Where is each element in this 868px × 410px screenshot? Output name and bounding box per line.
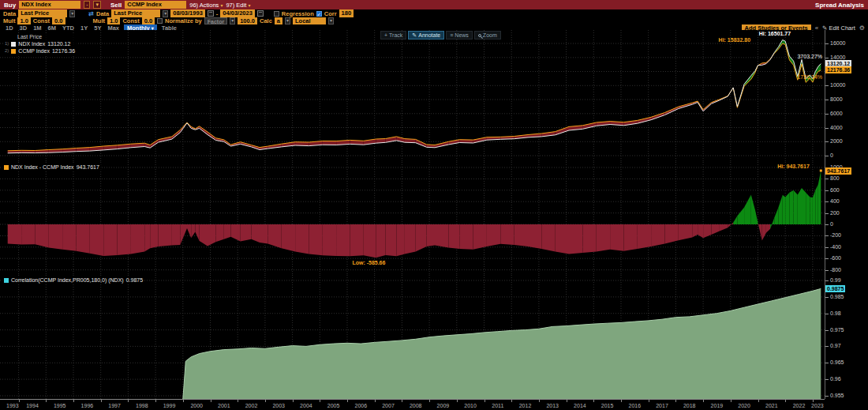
x-tick-mark (593, 400, 594, 402)
data1-select[interactable]: Last Price (18, 9, 67, 17)
y-tick-mark (825, 213, 829, 214)
year-label-2020: 2020 (732, 403, 756, 408)
news-tool[interactable]: ≡News (446, 31, 473, 39)
calc-label: Calc (260, 17, 272, 24)
ccmp-series-value: 12176.36 (52, 47, 75, 55)
actions-menu[interactable]: 96) Actions ▾ (189, 2, 223, 9)
ccmp-pct-change-label: 1726.34% (783, 74, 822, 80)
date-range-separator: - (216, 10, 219, 17)
y-tick-label: 0.965 (830, 359, 844, 365)
corr-checkbox[interactable]: ✓ (316, 11, 322, 17)
x-tick-mark (238, 400, 238, 402)
year-label-2019: 2019 (705, 403, 728, 408)
y-tick-mark (825, 128, 829, 129)
locale-dropdown-arrow-icon[interactable]: ▾ (328, 17, 334, 24)
calc-select[interactable]: a (275, 17, 282, 25)
y-tick-label: 10000 (830, 82, 845, 88)
y-tick-mark (825, 201, 829, 202)
y-tick-label: 14000 (830, 55, 845, 60)
x-tick-mark (293, 400, 294, 402)
x-tick-mark (19, 400, 20, 402)
factor-select[interactable]: Factor (204, 17, 227, 24)
year-label-2018: 2018 (678, 403, 702, 408)
correlation-series-value: 0.9875 (126, 277, 143, 283)
x-tick-mark (621, 400, 622, 402)
annotate-tool[interactable]: ✎Annotate (408, 31, 444, 39)
y-tick-mark (825, 114, 829, 115)
x-tick-mark (402, 400, 402, 402)
bloomberg-spread-analysis-screen: Buy NDX Index - ▾ Sell CCMP Index 96) Ac… (0, 0, 868, 410)
buy-dropdown-arrow-icon[interactable]: ▾ (93, 1, 101, 9)
factor-amount-input[interactable]: 100.0 (238, 17, 257, 25)
data2-label: Data (96, 10, 109, 17)
x-tick-mark (567, 400, 567, 402)
date-from-input[interactable]: 08/03/1993 (170, 9, 205, 17)
data2-dropdown-arrow-icon[interactable]: ▾ (163, 10, 168, 17)
x-tick-mark (183, 400, 184, 402)
chart-area: +Track ✎Annotate ≡News Zoom Last Price 1… (0, 30, 868, 410)
year-label-2005: 2005 (322, 403, 346, 408)
zoom-tool[interactable]: Zoom (474, 31, 501, 39)
correlation-legend[interactable]: Correlation(CCMP Index,PR005,180,0) (NDX… (2, 276, 144, 284)
y-tick-mark (825, 346, 829, 347)
edit-menu[interactable]: 97) Edit ▾ (226, 2, 250, 9)
year-label-1996: 1996 (75, 403, 99, 408)
locale-select[interactable]: Local (293, 17, 326, 25)
y-tick-label: 0.985 (830, 294, 844, 299)
ccmp-series-marker (11, 49, 16, 54)
corr-window-input[interactable]: 180 (339, 9, 354, 17)
y-tick-label: 0.975 (830, 327, 844, 333)
spread-panel-chart[interactable] (0, 162, 825, 275)
correlation-series-label: Correlation(CCMP Index,PR005,180,0) (NDX… (11, 277, 124, 283)
spread-series-marker (4, 165, 9, 170)
spread-legend[interactable]: NDX Index - CCMP Index 943.7617 (2, 164, 101, 171)
sell-security-input[interactable]: CCMP Index (125, 1, 186, 9)
y-tick-mark (825, 156, 829, 156)
buy-security-input[interactable]: NDX Index (19, 1, 80, 9)
calc-dropdown-arrow-icon[interactable]: ▾ (285, 17, 290, 24)
spread-operator-box[interactable]: - (84, 1, 90, 9)
correlation-panel-chart[interactable] (0, 275, 825, 399)
track-tool[interactable]: +Track (380, 31, 406, 39)
year-label-2021: 2021 (760, 403, 784, 408)
command-bar: Buy NDX Index - ▾ Sell CCMP Index 96) Ac… (0, 0, 868, 9)
x-tick-mark (347, 400, 348, 402)
y-tick-mark (825, 258, 829, 259)
y-tick-label: 0.955 (830, 393, 844, 398)
y-tick-label: 0.96 (830, 376, 841, 382)
x-tick-mark (758, 400, 759, 402)
data1-dropdown-arrow-icon[interactable]: ▾ (69, 10, 75, 17)
year-label-2003: 2003 (267, 403, 290, 408)
legend-row-ccmp[interactable]: 2) CCMP Index 12176.36 (5, 47, 75, 55)
y-tick-mark (825, 179, 829, 179)
x-tick-mark (703, 400, 704, 402)
date-to-input[interactable]: 04/03/2023 (220, 9, 255, 17)
calendar-from-icon[interactable] (208, 10, 214, 17)
data2-select[interactable]: Last Price (111, 9, 160, 17)
y-tick-label: 0.99 (830, 277, 841, 283)
y-tick-mark (825, 190, 829, 191)
swap-icon[interactable]: ⇄ (88, 10, 94, 17)
magnifier-icon (478, 34, 481, 37)
x-tick-mark (375, 400, 376, 402)
chart-toolbar: +Track ✎Annotate ≡News Zoom (380, 31, 501, 39)
y-tick-label: 800 (830, 175, 840, 181)
normalize-checkbox[interactable] (157, 18, 163, 24)
year-label-2016: 2016 (623, 403, 646, 408)
regression-checkbox[interactable] (274, 11, 279, 17)
y-tick-label: 600 (830, 187, 840, 193)
y-tick-label: 0.98 (830, 310, 841, 316)
legend-row-ndx[interactable]: 1) NDX Index 13120.12 (5, 40, 75, 47)
x-tick-mark (73, 400, 74, 402)
year-label-2004: 2004 (294, 403, 318, 408)
y-tick-mark (825, 379, 829, 380)
calendar-to-icon[interactable] (257, 10, 264, 17)
price-panel-chart[interactable] (0, 30, 825, 162)
y-tick-mark (825, 280, 829, 281)
factor-dropdown-arrow-icon[interactable]: ▾ (230, 17, 235, 24)
y-tick-mark (825, 58, 829, 58)
value-axis[interactable]: 1600014000120001000080006000400020000100… (825, 30, 868, 399)
time-axis[interactable]: 1993199419951996199719981999200020012002… (0, 399, 825, 410)
x-tick-mark (320, 400, 320, 402)
x-tick-mark (731, 400, 731, 402)
